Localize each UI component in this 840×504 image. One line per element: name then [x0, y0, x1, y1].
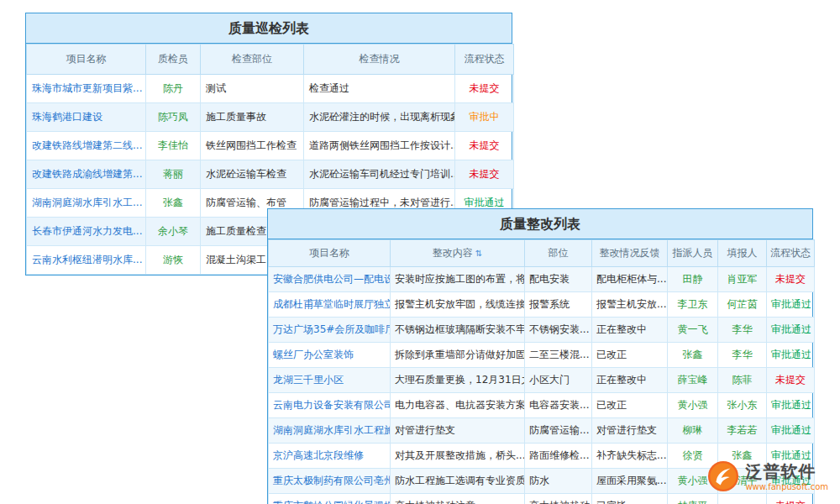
table-row: 改建铁路线增建第二线...李佳怡铁丝网围挡工作检查道路两侧铁丝网围挡工作按设计.…	[27, 132, 514, 160]
project-cell[interactable]: 京沪高速北京段维修	[269, 444, 391, 469]
fanpu-logo-url[interactable]: www.fanpusoft.com	[745, 482, 828, 491]
status-cell: 未提交	[455, 160, 514, 189]
table-row: 螺丝厂办公室装饰拆除到承重墙部分请做好加固...二至三楼混...已改正张鑫李华审…	[269, 343, 815, 368]
rectify-table-title: 质量整改列表	[268, 209, 812, 239]
situation-cell: 水泥砼灌注的时候，出现离析现象	[304, 103, 455, 132]
assignee-cell: 薛宝峰	[668, 368, 718, 393]
project-cell[interactable]: 珠海鹤港口建设	[27, 103, 146, 132]
col-header-inspector: 质检员	[146, 45, 201, 75]
location-cell: 铁丝网围挡工作检查	[201, 132, 304, 160]
inspector-cell: 李佳怡	[146, 132, 201, 160]
inspector-cell: 陈丹	[146, 75, 201, 103]
project-cell[interactable]: 改建铁路线增建第二线...	[27, 132, 146, 160]
feedback-cell: 报警主机安放...	[592, 292, 668, 318]
project-cell[interactable]: 成都杜甫草堂临时展厅独立展...	[269, 292, 391, 318]
reporter-cell	[718, 494, 767, 504]
project-cell[interactable]: 万达广场35#会所及咖啡厅空...	[269, 318, 391, 343]
fanpu-logo-icon	[707, 460, 739, 492]
part-cell: 防腐管运输...	[525, 418, 592, 444]
col-header-project: 项目名称	[269, 240, 391, 267]
project-cell[interactable]: 安徽合肥供电公司—配电设备...	[269, 267, 391, 292]
content-cell: 拆除到承重墙部分请做好加固...	[391, 343, 525, 368]
project-cell[interactable]: 云南电力设备安装有限公司20...	[269, 393, 391, 418]
table-row: 重庆市鹅岭公园绿化景观提升...高大植被栽种注意高大植被栽种已完毕林康平未提交	[269, 494, 815, 504]
feedback-cell: 对管进行垫支	[592, 418, 668, 444]
feedback-cell: 配电柜柜体与...	[592, 267, 668, 292]
inspector-cell: 张鑫	[146, 189, 201, 218]
table-row: 安徽合肥供电公司—配电设备...安装时应按施工图的布置，将...配电安装配电柜柜…	[269, 267, 815, 292]
project-cell[interactable]: 长春市伊通河水力发电...	[27, 218, 146, 246]
sort-icon[interactable]: ⇅	[475, 249, 482, 258]
status-cell: 审批通过	[767, 318, 815, 343]
project-cell[interactable]: 湖南洞庭湖水库引水工程施工...	[269, 418, 391, 444]
col-header-part: 部位	[525, 240, 592, 267]
content-cell: 安装时应按施工图的布置，将...	[391, 267, 525, 292]
assignee-cell: 黄小强	[668, 393, 718, 418]
col-header-status: 流程状态	[767, 240, 815, 267]
feedback-cell: 已改正	[592, 343, 668, 368]
part-cell: 报警系统	[525, 292, 592, 318]
col-header-location: 检查部位	[201, 45, 304, 75]
project-cell[interactable]: 改建铁路成渝线增建第...	[27, 160, 146, 189]
feedback-cell: 屋面采用聚氨...	[592, 469, 668, 494]
status-cell: 未提交	[767, 368, 815, 393]
fanpu-logo-name: 泛普软件	[745, 462, 828, 480]
project-cell[interactable]: 螺丝厂办公室装饰	[269, 343, 391, 368]
assignee-cell: 柳琳	[668, 418, 718, 444]
fanpu-logo-text: 泛普软件 www.fanpusoft.com	[745, 462, 828, 491]
situation-cell: 道路两侧铁丝网围挡工作按设计...	[304, 132, 455, 160]
feedback-cell: 正在整改中	[592, 318, 668, 343]
status-cell: 审批通过	[767, 343, 815, 368]
col-header-content[interactable]: 整改内容⇅	[391, 240, 525, 267]
part-cell: 防水	[525, 469, 592, 494]
project-cell[interactable]: 重庆市鹅岭公园绿化景观提升...	[269, 494, 391, 504]
project-cell[interactable]: 龙湖三千里小区	[269, 368, 391, 393]
status-cell: 未提交	[455, 132, 514, 160]
col-header-project: 项目名称	[27, 45, 146, 75]
col-header-assignee: 指派人员	[668, 240, 718, 267]
feedback-cell: 已完毕	[592, 494, 668, 504]
reporter-cell: 李若若	[718, 418, 767, 444]
situation-cell: 检查通过	[304, 75, 455, 103]
inspector-cell: 余小琴	[146, 218, 201, 246]
inspector-cell: 蒋丽	[146, 160, 201, 189]
assignee-cell: 张鑫	[668, 343, 718, 368]
content-cell: 电力电容器、电抗器安装方案...	[391, 393, 525, 418]
part-cell: 高大植被栽种	[525, 494, 592, 504]
location-cell: 施工质量事故	[201, 103, 304, 132]
col-header-status: 流程状态	[455, 45, 514, 75]
feedback-cell: 正在整改中	[592, 368, 668, 393]
rectify-header-row: 项目名称 整改内容⇅ 部位 整改情况反馈 指派人员 填报人 流程状态	[269, 240, 815, 267]
reporter-cell: 李华	[718, 318, 767, 343]
assignee-cell: 黄一飞	[668, 318, 718, 343]
status-cell: 未提交	[455, 75, 514, 103]
status-cell: 未提交	[767, 267, 815, 292]
project-cell[interactable]: 云南水利枢纽潜明水库...	[27, 246, 146, 275]
part-cell: 二至三楼混...	[525, 343, 592, 368]
project-cell[interactable]: 珠海市城市更新项目紫...	[27, 75, 146, 103]
part-cell: 小区大门	[525, 368, 592, 393]
inspection-header-row: 项目名称 质检员 检查部位 检查情况 流程状态	[27, 45, 514, 75]
inspection-table-title: 质量巡检列表	[26, 13, 512, 44]
feedback-cell: 已改正	[592, 393, 668, 418]
part-cell: 配电安装	[525, 267, 592, 292]
col-header-reporter: 填报人	[718, 240, 767, 267]
table-row: 龙湖三千里小区大理石质量更换，12月31日之...小区大门正在整改中薛宝峰陈菲未…	[269, 368, 815, 393]
location-cell: 水泥砼运输车检查	[201, 160, 304, 189]
col-header-situation: 检查情况	[304, 45, 455, 75]
reporter-cell: 肖亚军	[718, 267, 767, 292]
col-header-feedback: 整改情况反馈	[592, 240, 668, 267]
table-row: 万达广场35#会所及咖啡厅空...不锈钢边框玻璃隔断安装不牢...不锈钢安装..…	[269, 318, 815, 343]
reporter-cell: 陈菲	[718, 368, 767, 393]
inspector-cell: 陈巧凤	[146, 103, 201, 132]
content-cell: 防水工程施工选调有专业资质...	[391, 469, 525, 494]
table-row: 成都杜甫草堂临时展厅独立展...报警主机安放牢固，线缆连接...报警系统报警主机…	[269, 292, 815, 318]
project-cell[interactable]: 重庆太极制药有限公司亳州中...	[269, 469, 391, 494]
inspector-cell: 游恢	[146, 246, 201, 275]
part-cell: 电容器安装...	[525, 393, 592, 418]
project-cell[interactable]: 湖南洞庭湖水库引水工...	[27, 189, 146, 218]
reporter-cell: 张小东	[718, 393, 767, 418]
part-cell: 不锈钢安装...	[525, 318, 592, 343]
reporter-cell: 何芷茵	[718, 292, 767, 318]
status-cell: 审批中	[455, 103, 514, 132]
